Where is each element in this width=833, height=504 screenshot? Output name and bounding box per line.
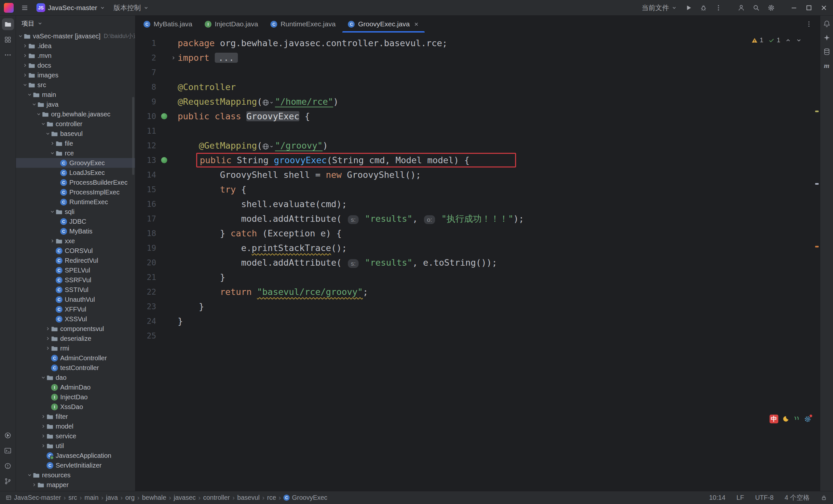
scrollbar-mark[interactable] [815, 110, 819, 112]
tree-item-processbuilderexec[interactable]: CProcessBuilderExec [16, 178, 135, 187]
chevron-right-icon[interactable] [45, 326, 51, 331]
chevron-right-icon[interactable] [40, 433, 47, 439]
line-number[interactable]: 25 [135, 331, 156, 341]
line-number[interactable]: 21 [135, 273, 156, 282]
tab-mybatis-java[interactable]: CMyBatis.java [137, 16, 198, 32]
tree-item-unauthvul[interactable]: CUnauthVul [16, 295, 135, 304]
tree-item-componentsvul[interactable]: componentsvul [16, 324, 135, 334]
tree-item-redirectvul[interactable]: CRedirectVul [16, 256, 135, 265]
indent-style[interactable]: 4 个空格 [785, 493, 810, 502]
chevron-down-icon[interactable] [22, 82, 28, 87]
more-icon[interactable] [2, 49, 14, 61]
previous-problem-button[interactable] [785, 37, 791, 43]
line-number[interactable]: 10 [135, 112, 156, 121]
request-mapping-gutter-icon[interactable] [161, 157, 167, 163]
inspection-widget[interactable]: 1 1 [751, 36, 802, 44]
breadcrumb-main[interactable]: main [83, 494, 100, 501]
breadcrumb-org[interactable]: org [124, 494, 136, 501]
breadcrumb-bewhale[interactable]: bewhale [141, 494, 168, 501]
tree-item-controller[interactable]: controller [16, 119, 135, 129]
code-with-me-button[interactable] [735, 2, 748, 14]
line-number[interactable]: 1 [135, 39, 156, 48]
line-number[interactable]: 15 [135, 185, 156, 194]
open-in-browser-icon[interactable] [262, 143, 273, 150]
tree-item-xxe[interactable]: xxe [16, 236, 135, 246]
more-actions-button[interactable] [712, 2, 725, 14]
project-tree-scrollbar[interactable] [132, 97, 135, 175]
breadcrumb-javasec[interactable]: javasec [172, 494, 197, 501]
line-number[interactable]: 18 [135, 229, 156, 238]
line-number[interactable]: 22 [135, 287, 156, 297]
scrollbar-mark[interactable] [815, 246, 819, 248]
tree-item-javasecapplication[interactable]: CJavasecApplication [16, 451, 135, 460]
tree-item-xssvul[interactable]: CXSSVul [16, 314, 135, 324]
tree-item-vasec-master-javasec[interactable]: vaSec-master [javasec]D:\baidu\小迪安全202 [16, 31, 135, 41]
close-button[interactable] [817, 2, 830, 14]
tree-item-dao[interactable]: dao [16, 373, 135, 382]
project-selector[interactable]: JS JavaSec-master [33, 2, 109, 14]
tree-item-util[interactable]: util [16, 441, 135, 451]
line-number[interactable]: 7 [135, 68, 156, 77]
chevron-right-icon[interactable] [40, 443, 47, 448]
chevron-down-icon[interactable] [26, 473, 33, 478]
chevron-right-icon[interactable] [22, 73, 28, 78]
tree-item-idea[interactable]: .idea [16, 41, 135, 51]
run-button[interactable] [682, 2, 695, 14]
maven-icon[interactable]: m [822, 61, 832, 71]
chevron-right-icon[interactable] [49, 141, 56, 146]
ime-language-badge[interactable]: 中 [769, 414, 778, 423]
line-number[interactable]: 23 [135, 302, 156, 311]
database-icon[interactable] [822, 47, 832, 56]
tree-item-deserialize[interactable]: deserialize [16, 334, 135, 343]
next-problem-button[interactable] [796, 37, 802, 43]
tab-runtimeexec-java[interactable]: CRuntimeExec.java [264, 16, 342, 32]
breadcrumb-src[interactable]: src [67, 494, 79, 501]
line-number[interactable]: 16 [135, 200, 156, 209]
tree-item-ssrfvul[interactable]: CSSRFVul [16, 275, 135, 285]
tree-item-rmi[interactable]: rmi [16, 343, 135, 353]
file-encoding[interactable]: UTF-8 [755, 494, 774, 501]
ime-settings-icon[interactable] [804, 415, 811, 423]
debug-button[interactable] [697, 2, 710, 14]
tree-item-spelvul[interactable]: CSPELVul [16, 265, 135, 275]
tree-item-loadjsexec[interactable]: CLoadJsExec [16, 168, 135, 178]
line-number[interactable]: 19 [135, 244, 156, 253]
chevron-right-icon[interactable] [22, 53, 28, 58]
tab-injectdao-java[interactable]: IInjectDao.java [198, 16, 264, 32]
tree-item-jdbc[interactable]: CJDBC [16, 217, 135, 226]
tree-item-corsvul[interactable]: CCORSVul [16, 246, 135, 256]
chevron-down-icon[interactable] [17, 33, 24, 39]
chevron-right-icon[interactable] [45, 336, 51, 341]
structure-icon[interactable] [2, 33, 14, 46]
terminal-icon[interactable] [2, 445, 14, 456]
tree-item-src[interactable]: src [16, 80, 135, 90]
line-number[interactable]: 2 [135, 53, 156, 62]
tree-item-resources[interactable]: resources [16, 470, 135, 480]
tree-item-admindao[interactable]: IAdminDao [16, 382, 135, 392]
tree-item-file[interactable]: file [16, 138, 135, 148]
tree-item-java[interactable]: java [16, 100, 135, 109]
chevron-right-icon[interactable] [31, 482, 38, 487]
line-number[interactable]: 20 [135, 258, 156, 267]
tree-item-testcontroller[interactable]: CtestController [16, 363, 135, 373]
tree-item-model[interactable]: model [16, 422, 135, 431]
problems-icon[interactable] [2, 460, 14, 472]
tree-item-processimplexec[interactable]: CProcessImplExec [16, 187, 135, 197]
tree-item-servletinitializer[interactable]: CServletInitializer [16, 460, 135, 470]
line-number[interactable]: 24 [135, 317, 156, 326]
run-config-selector[interactable]: 当前文件 [638, 2, 680, 14]
chevron-down-icon[interactable] [35, 111, 42, 117]
line-number[interactable]: 11 [135, 126, 156, 135]
tree-item-filter[interactable]: filter [16, 412, 135, 422]
tab-groovyexec-java[interactable]: CGroovyExec.java [342, 16, 425, 32]
tree-item-service[interactable]: service [16, 431, 135, 441]
tree-item-xssdao[interactable]: IXssDao [16, 402, 135, 412]
maximize-button[interactable] [803, 2, 815, 14]
main-menu-button[interactable] [18, 2, 31, 14]
tree-item-sstivul[interactable]: CSSTIVul [16, 285, 135, 295]
line-number[interactable]: 17 [135, 214, 156, 223]
spring-bean-gutter-icon[interactable] [161, 113, 167, 119]
tree-item-mapper[interactable]: mapper [16, 480, 135, 490]
breadcrumb-rce[interactable]: rce [265, 494, 278, 501]
chevron-down-icon[interactable] [40, 121, 47, 126]
